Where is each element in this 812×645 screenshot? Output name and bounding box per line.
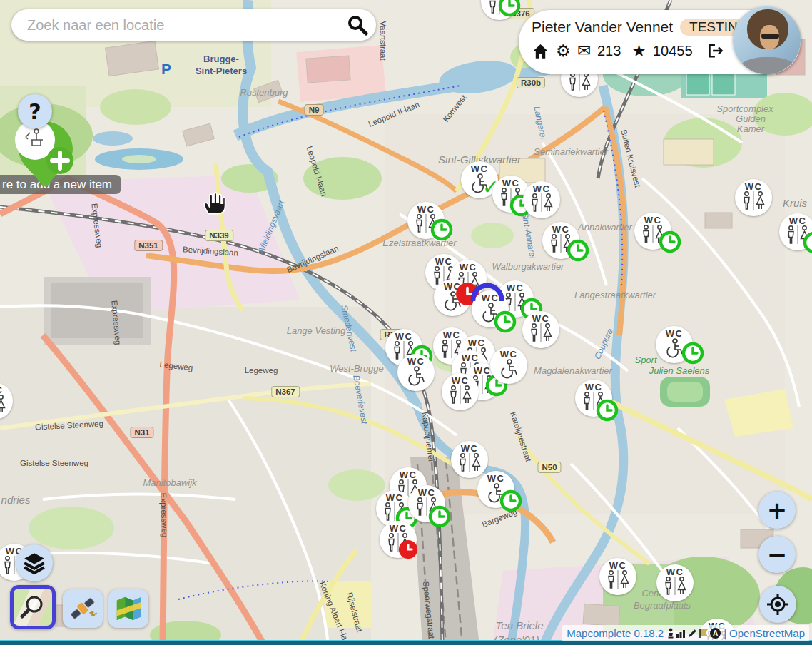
wc-marker[interactable]: WC: [542, 222, 579, 259]
geolocate-button[interactable]: [759, 586, 796, 623]
wc-marker[interactable]: WC: [408, 485, 445, 522]
help-button-label: ?: [29, 99, 41, 124]
toilet-male-female-icon: [413, 214, 439, 233]
attribution-osm-link[interactable]: OpenStreetMap: [729, 627, 805, 639]
wc-marker[interactable]: WC: [656, 564, 694, 601]
wc-marker-label: WC: [532, 314, 550, 323]
wc-marker-label: WC: [407, 357, 425, 366]
wc-marker-label: WC: [386, 493, 404, 502]
wc-marker-label: WC: [471, 164, 489, 173]
gear-icon[interactable]: ⚙: [556, 43, 571, 59]
toilet-male-female-icon: [785, 225, 811, 245]
blue-arc-indicator: [470, 281, 505, 301]
user-name: Pieter Vander Vennet: [532, 19, 673, 36]
wc-marker[interactable]: WC: [407, 202, 445, 239]
zoom-in-button[interactable]: +: [758, 492, 796, 529]
wc-marker-label: WC: [552, 225, 570, 234]
basemap-map-button[interactable]: [108, 589, 148, 628]
messages-count[interactable]: 213: [597, 43, 621, 59]
map-flag-icon: [699, 628, 709, 639]
minus-icon: −: [767, 542, 788, 567]
add-item-pin[interactable]: [6, 116, 84, 187]
attribution-app[interactable]: Mapcomplete 0.18.2: [567, 627, 664, 639]
layers-button[interactable]: [16, 544, 53, 581]
basemap-osm-button[interactable]: [10, 585, 56, 629]
wc-marker[interactable]: WC: [523, 181, 560, 218]
toilet-male-female-icon: [414, 497, 440, 517]
toilet-male-female-icon: [567, 72, 592, 91]
attribution-bar: Mapcomplete 0.18.2 A | OpenStreetMap: [562, 625, 809, 641]
magnifier-map-icon: [19, 593, 47, 621]
wc-marker-label: WC: [418, 488, 436, 497]
help-button[interactable]: ?: [18, 94, 52, 128]
wheelchair-icon: [484, 483, 508, 504]
wc-marker[interactable]: WC: [451, 441, 488, 478]
toilet-male-female-icon: [487, 0, 512, 14]
attribution-separator: |: [724, 627, 726, 639]
circle-a-icon: A: [710, 628, 721, 639]
wc-marker[interactable]: WC: [575, 380, 612, 417]
wc-marker[interactable]: WC: [477, 471, 514, 508]
wc-marker-label: WC: [461, 444, 479, 453]
wc-marker[interactable]: WC: [0, 382, 13, 420]
wc-marker-label: WC: [533, 184, 551, 193]
wc-marker-label: WC: [745, 182, 763, 191]
toilet-male-female-icon: [662, 577, 688, 596]
logout-icon[interactable]: [705, 42, 724, 59]
star-icon[interactable]: ★: [631, 43, 646, 59]
wc-marker-label: WC: [500, 350, 518, 359]
wheelchair-icon: [662, 338, 686, 360]
search-bar[interactable]: [11, 9, 376, 41]
toilet-male-female-icon: [498, 188, 524, 207]
wc-marker[interactable]: WC: [634, 213, 671, 250]
selection-arc-icon: [470, 281, 505, 301]
envelope-icon[interactable]: ✉: [577, 43, 591, 59]
wc-marker-label: WC: [487, 474, 505, 483]
changesets-count[interactable]: 10455: [653, 43, 693, 59]
wc-marker[interactable]: WC: [380, 521, 417, 558]
wc-marker-label: WC: [417, 205, 435, 214]
wc-marker[interactable]: WC: [779, 213, 812, 250]
toilet-male-female-icon: [457, 453, 482, 472]
toilet-male-female-icon: [447, 385, 473, 405]
wc-marker[interactable]: WC: [735, 179, 772, 216]
home-icon[interactable]: [532, 42, 549, 59]
search-input[interactable]: [26, 16, 346, 34]
wc-marker[interactable]: WC: [490, 347, 527, 384]
wc-marker-label: WC: [460, 263, 477, 272]
crosshair-icon: [766, 592, 790, 616]
pencil-icon: [687, 628, 698, 639]
hand-cursor-icon: [201, 190, 228, 217]
wc-marker-label: WC: [0, 385, 3, 395]
search-icon[interactable]: [346, 14, 369, 36]
wc-marker[interactable]: WC: [599, 558, 636, 595]
wc-marker-label: WC: [789, 216, 807, 225]
satellite-icon: [66, 592, 99, 625]
zoom-out-button[interactable]: −: [758, 536, 796, 573]
wheelchair-icon: [404, 366, 428, 387]
toilet-male-female-icon: [529, 193, 554, 213]
map-app: Brugge-Sint-PietersRustenburgVaartstraat…: [0, 0, 812, 645]
wc-marker[interactable]: WC: [442, 373, 479, 410]
folded-map-icon: [113, 593, 144, 624]
wc-marker-label: WC: [452, 376, 470, 385]
basemap-satellite-button[interactable]: [63, 589, 103, 628]
wc-marker[interactable]: WC: [397, 354, 435, 391]
wheelchair-icon: [478, 303, 502, 324]
wc-marker[interactable]: WC: [522, 311, 559, 348]
wc-marker-label: WC: [395, 332, 413, 341]
user-avatar[interactable]: [733, 6, 801, 74]
wc-marker-label: WC: [462, 353, 479, 362]
wc-marker[interactable]: WC: [481, 0, 518, 20]
contributor-figure-icon: [666, 628, 675, 639]
toilet-male-female-icon: [741, 191, 766, 210]
toilet-male-female-icon: [382, 502, 407, 522]
wc-marker-label: WC: [585, 382, 603, 392]
wc-marker-label: WC: [644, 215, 662, 225]
wc-marker-label: WC: [666, 567, 684, 577]
wc-marker[interactable]: WC: [656, 326, 693, 363]
toilet-male-female-icon: [581, 392, 607, 411]
wc-marker-label: WC: [474, 366, 492, 375]
wc-marker-label: WC: [435, 257, 453, 266]
toilet-male-female-icon: [640, 225, 666, 244]
